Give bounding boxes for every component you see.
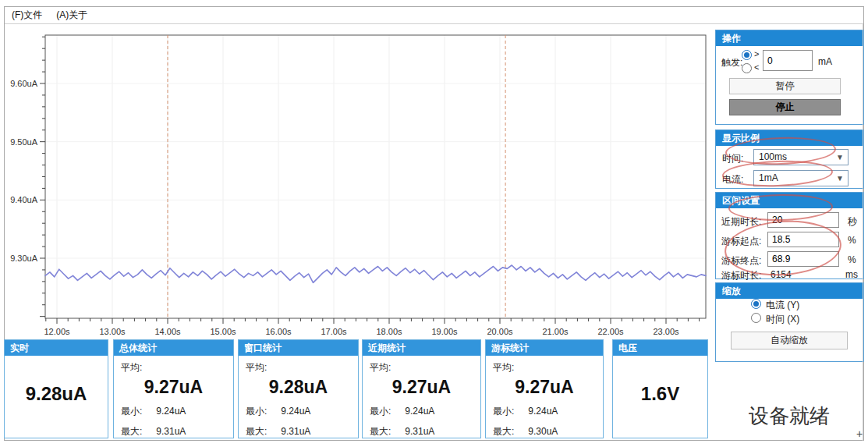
operation-panel: 操作 触发: > < mA 暂停 停止: [715, 30, 864, 125]
svg-text:13.00s: 13.00s: [99, 327, 126, 336]
svg-text:14.00s: 14.00s: [154, 327, 181, 336]
min-value: 9.24uA: [281, 406, 310, 417]
max-label: 最大:: [370, 426, 391, 437]
trigger-gt-radio[interactable]: [742, 50, 752, 60]
svg-text:15.00s: 15.00s: [210, 327, 236, 336]
stat-panel-title: 窗口统计: [239, 340, 358, 356]
min-value: 9.24uA: [528, 406, 558, 417]
cursor-start-unit: %: [848, 235, 856, 246]
time-scale-select[interactable]: 100ms ▼: [753, 149, 849, 165]
display-scale-panel: 显示比例 时间: 100ms ▼ 电流: 1mA ▼: [715, 129, 864, 189]
zoom-current-y-label: 电流 (Y): [766, 299, 799, 312]
stat-panel-overall: 总体统计平均:9.27uA最小:9.24uA最大:9.31uA: [113, 339, 234, 438]
trigger-unit-label: mA: [818, 56, 832, 67]
zoom-time-x-radio[interactable]: [751, 313, 761, 323]
zoom-current-y-radio[interactable]: [751, 299, 761, 309]
recent-duration-label: 近期时长:: [721, 215, 761, 229]
time-scale-label: 时间:: [722, 152, 743, 165]
svg-text:20.00s: 20.00s: [487, 327, 513, 336]
max-value: 9.31uA: [405, 426, 434, 437]
recent-duration-unit: 秒: [848, 215, 857, 229]
avg-label: 平均:: [493, 361, 596, 374]
svg-text:22.00s: 22.00s: [597, 327, 624, 336]
stat-big-value: 1.6V: [613, 383, 707, 405]
max-label: 最大:: [121, 426, 142, 437]
cursor-end-unit: %: [848, 254, 856, 265]
current-scale-select[interactable]: 1mA ▼: [753, 170, 849, 186]
min-label: 最小:: [370, 406, 391, 417]
svg-text:17.00s: 17.00s: [321, 327, 347, 336]
zoom-panel-title: 缩放: [716, 283, 863, 299]
stat-panel-title: 电压: [613, 340, 707, 356]
status-text: 设备就绪: [719, 403, 859, 430]
cursor-duration-value: 6154: [771, 269, 792, 280]
chevron-down-icon: ▼: [836, 150, 844, 165]
svg-text:19.00s: 19.00s: [431, 327, 458, 336]
min-label: 最小:: [121, 406, 142, 417]
trigger-gt-symbol: >: [754, 49, 759, 59]
current-scale-value: 1mA: [759, 172, 778, 183]
chevron-down-icon: ▼: [836, 171, 844, 186]
cursor-duration-unit: ms: [845, 269, 858, 280]
max-label: 最大:: [493, 426, 514, 437]
min-label: 最小:: [246, 406, 267, 417]
avg-value: 9.28uA: [246, 377, 351, 398]
mouse-cursor-crosshair: +: [856, 427, 863, 440]
stat-panel-title: 游标统计: [486, 340, 603, 356]
trigger-lt-symbol: <: [754, 62, 759, 72]
display-scale-title: 显示比例: [716, 130, 863, 146]
window-right-edge: [863, 24, 863, 441]
max-value: 9.30uA: [528, 426, 558, 437]
svg-text:9.40uA: 9.40uA: [10, 195, 38, 204]
stat-panel-voltage: 电压1.6V: [612, 339, 708, 438]
svg-text:9.30uA: 9.30uA: [10, 254, 38, 263]
current-scale-label: 电流:: [722, 173, 743, 186]
stat-panel-window: 窗口统计平均:9.28uA最小:9.24uA最大:9.31uA: [238, 339, 359, 438]
svg-text:23.00s: 23.00s: [653, 327, 679, 336]
min-value: 9.24uA: [156, 406, 186, 417]
svg-text:12.00s: 12.00s: [44, 327, 70, 336]
recent-duration-input[interactable]: [767, 212, 839, 228]
zoom-time-x-label: 时间 (X): [766, 313, 799, 326]
avg-value: 9.27uA: [121, 377, 226, 398]
operation-panel-title: 操作: [716, 30, 863, 46]
max-label: 最大:: [246, 426, 267, 437]
stat-panel-cursor: 游标统计平均:9.27uA最小:9.24uA最大:9.30uA: [485, 339, 604, 438]
stat-big-value: 9.28uA: [5, 383, 108, 405]
max-value: 9.31uA: [281, 426, 310, 437]
avg-value: 9.27uA: [493, 377, 596, 398]
svg-text:9.60uA: 9.60uA: [10, 79, 38, 88]
max-value: 9.31uA: [156, 426, 186, 437]
stat-panel-title: 总体统计: [114, 340, 233, 356]
avg-label: 平均:: [121, 361, 226, 374]
svg-text:9.50uA: 9.50uA: [10, 137, 38, 147]
stat-panel-realtime: 实时9.28uA: [4, 339, 108, 438]
svg-text:16.00s: 16.00s: [265, 327, 292, 336]
avg-value: 9.27uA: [370, 377, 473, 398]
cursor-start-label: 游标起点:: [721, 235, 761, 248]
interval-settings-title: 区间设置: [716, 193, 863, 208]
trigger-lt-radio[interactable]: [742, 63, 752, 73]
trigger-value-input[interactable]: [763, 50, 813, 71]
svg-text:18.00s: 18.00s: [376, 327, 402, 336]
min-label: 最小:: [493, 406, 514, 417]
cursor-duration-label: 游标时长:: [721, 269, 761, 282]
avg-label: 平均:: [246, 361, 351, 374]
stop-button[interactable]: 停止: [729, 99, 841, 115]
zoom-panel: 缩放 电流 (Y) 时间 (X) 自动缩放: [715, 282, 864, 362]
time-scale-value: 100ms: [759, 151, 787, 162]
interval-settings-panel: 区间设置 近期时长: 秒 游标起点: % 游标终点: % 游标时长: 6154 …: [715, 192, 864, 279]
min-value: 9.24uA: [405, 406, 434, 417]
app-window: (F)文件 (A)关于 12.00s13.00s14.00s15.00s16.0…: [0, 0, 868, 447]
stat-panel-title: 近期统计: [363, 340, 480, 356]
stat-panel-title: 实时: [5, 340, 108, 356]
cursor-end-label: 游标终点:: [721, 254, 761, 268]
cursor-end-input[interactable]: [767, 251, 839, 267]
auto-zoom-button[interactable]: 自动缩放: [731, 332, 848, 349]
current-waveform-chart[interactable]: 12.00s13.00s14.00s15.00s16.00s17.00s18.0…: [0, 0, 711, 338]
trigger-label: 触发:: [721, 56, 742, 69]
pause-button[interactable]: 暂停: [729, 78, 841, 94]
avg-label: 平均:: [370, 361, 473, 374]
stat-panel-recent: 近期统计平均:9.27uA最小:9.24uA最大:9.31uA: [362, 339, 481, 438]
cursor-start-input[interactable]: [767, 232, 839, 247]
